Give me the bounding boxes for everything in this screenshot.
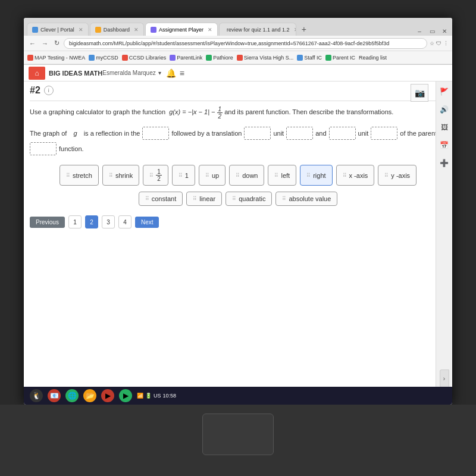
taskbar-youtube-icon[interactable]: ▶ (101, 389, 114, 402)
sidebar-plus-icon[interactable]: ➕ (438, 156, 451, 170)
tile-label-left: left (281, 172, 290, 179)
reload-button[interactable]: ↻ (52, 39, 61, 48)
tile-label-absolute: absolute value (289, 195, 331, 202)
tile-one[interactable]: ⠿ 1 (172, 165, 195, 186)
tab-assignment[interactable]: Assignment Player ✕ (145, 23, 218, 36)
tile-down[interactable]: ⠿ down (229, 165, 264, 186)
tiles-row-1: ⠿ stretch ⠿ shrink ⠿ 1 2 (30, 165, 446, 186)
fill-box-5[interactable] (371, 127, 397, 140)
bookmark-pathiore[interactable]: Pathiore (206, 55, 233, 61)
bim-home-icon[interactable]: ⌂ (29, 67, 45, 80)
tile-half[interactable]: ⠿ 1 2 (143, 165, 168, 186)
bookmark-parentlink[interactable]: ParentLink (170, 55, 202, 61)
camera-icon: 📷 (415, 88, 425, 98)
tab-clever[interactable]: Clever | Portal ✕ (27, 23, 89, 36)
tab-close-review[interactable]: ✕ (294, 27, 296, 33)
next-button[interactable]: Next (135, 217, 159, 228)
page-4-button[interactable]: 4 (118, 215, 131, 228)
bookmark-icon-parentlink (170, 55, 176, 61)
bell-icon[interactable]: 🔔 (166, 68, 176, 78)
fill-box-2[interactable] (244, 127, 271, 140)
bookmark-libraries[interactable]: CCSD Libraries (122, 55, 167, 61)
bookmark-sierra[interactable]: Sierra Vista High S... (237, 55, 293, 61)
tab-close-clever[interactable]: ✕ (79, 27, 83, 33)
bim-header: ⌂ BIG IDEAS MATH Esmeralda Marquez ▾ 🔔 ≡ (24, 65, 452, 82)
sidebar-image-icon[interactable]: 🖼 (438, 121, 451, 134)
forward-button[interactable]: → (40, 39, 50, 48)
battery-icon: 🔋 (145, 393, 152, 399)
tile-stretch[interactable]: ⠿ stretch (60, 165, 99, 186)
tab-favicon-dashboard (95, 27, 101, 33)
tile-up[interactable]: ⠿ up (199, 165, 226, 186)
tab-dashboard[interactable]: Dashboard ✕ (90, 23, 144, 36)
taskbar-mail-icon[interactable]: 📧 (48, 389, 61, 402)
tile-absolute-value[interactable]: ⠿ absolute value (275, 192, 337, 206)
new-tab-button[interactable]: + (298, 23, 311, 36)
star-icon[interactable]: ☆ (430, 40, 434, 46)
bookmark-parentiс[interactable]: Parent IC (325, 55, 355, 61)
bookmark-label-myccsd: myCCSD (96, 55, 118, 61)
bookmark-label-libraries: CCSD Libraries (129, 55, 167, 61)
sidebar-audio-icon[interactable]: 🔊 (438, 103, 451, 116)
fill-box-3[interactable] (286, 127, 313, 140)
laptop-bottom: acer (0, 405, 476, 476)
tab-close-assignment[interactable]: ✕ (208, 27, 212, 33)
previous-button[interactable]: Previous (30, 217, 65, 228)
bookmark-label-pathiore: Pathiore (213, 55, 233, 61)
fill-box-4[interactable] (329, 127, 356, 140)
sidebar-collapse-chevron[interactable]: › (440, 369, 449, 387)
taskbar-chrome-icon[interactable]: 🌐 (65, 389, 79, 402)
fill-box-6[interactable] (30, 142, 57, 155)
tile-right[interactable]: ⠿ right (300, 165, 332, 186)
fill-box-1[interactable] (142, 127, 169, 140)
taskbar-penguin-icon[interactable]: 🐧 (30, 389, 43, 402)
menu-dots-icon[interactable]: ⋮ (443, 40, 449, 46)
bookmark-icons: ☆ 🛡 ⋮ (430, 40, 449, 46)
sidebar-calendar-icon[interactable]: 📅 (438, 139, 451, 152)
right-sidebar: 🚩 🔊 🖼 📅 ➕ › (436, 82, 452, 391)
bookmark-icon-parentiс (325, 55, 331, 61)
tile-xaxis[interactable]: ⠿ x -axis (336, 165, 375, 186)
camera-icon-button[interactable]: 📷 (411, 84, 428, 102)
tab-close-dashboard[interactable]: ✕ (134, 27, 139, 33)
address-text: bigideasmath.com/MRL/public/app/#/studen… (69, 40, 389, 46)
bookmark-label-sierra: Sierra Vista High S... (244, 55, 293, 61)
tile-left[interactable]: ⠿ left (268, 165, 296, 186)
question-text: Use a graphing calculator to graph the f… (30, 106, 446, 120)
sentence-the-graph: The graph of (30, 127, 67, 140)
address-bar[interactable]: bigideasmath.com/MRL/public/app/#/studen… (64, 38, 427, 49)
sidebar-flag-icon[interactable]: 🚩 (438, 85, 451, 98)
tile-constant[interactable]: ⠿ constant (139, 192, 183, 206)
time-label: 10:58 (163, 393, 177, 399)
page-1-button[interactable]: 1 (68, 215, 82, 228)
back-button[interactable]: ← (27, 39, 37, 48)
and-label: and (315, 127, 326, 140)
page-3-button[interactable]: 3 (102, 215, 115, 228)
tile-linear[interactable]: ⠿ linear (186, 192, 222, 206)
taskbar-folder-icon[interactable]: 📂 (83, 389, 96, 402)
tile-quadratic[interactable]: ⠿ quadratic (226, 192, 272, 206)
restore-button[interactable]: ▭ (427, 26, 437, 36)
question-divider (30, 101, 446, 101)
chevron-down-icon[interactable]: ▾ (158, 70, 161, 76)
sentence-parent: of the parent (400, 127, 437, 140)
tile-shrink[interactable]: ⠿ shrink (102, 165, 139, 186)
tab-review[interactable]: review for quiz 1.1 and 1.2 ✕ (219, 23, 296, 36)
bookmark-map-testing[interactable]: MAP Testing - NWEA (27, 55, 85, 61)
bookmark-myccsd[interactable]: myCCSD (89, 55, 118, 61)
taskbar-play-icon[interactable]: ▶ (119, 389, 132, 402)
page-2-button[interactable]: 2 (85, 215, 98, 228)
bookmark-reading[interactable]: Reading list (359, 55, 387, 61)
address-bar-row: ← → ↻ bigideasmath.com/MRL/public/app/#/… (24, 36, 452, 51)
tile-label-down: down (242, 172, 258, 179)
hamburger-icon[interactable]: ≡ (180, 68, 184, 78)
minimize-button[interactable]: – (415, 26, 424, 36)
bookmark-staffic[interactable]: Staff IC (297, 55, 322, 61)
tile-yaxis[interactable]: ⠿ y -axis (378, 165, 416, 186)
trackpad[interactable] (202, 414, 274, 455)
close-button[interactable]: ✕ (440, 26, 449, 36)
bookmark-label-staffic: Staff IC (304, 55, 322, 61)
wifi-icon: 📶 (137, 393, 143, 399)
bim-logo: BIG IDEAS MATH (49, 70, 102, 77)
info-icon[interactable]: i (44, 86, 54, 95)
